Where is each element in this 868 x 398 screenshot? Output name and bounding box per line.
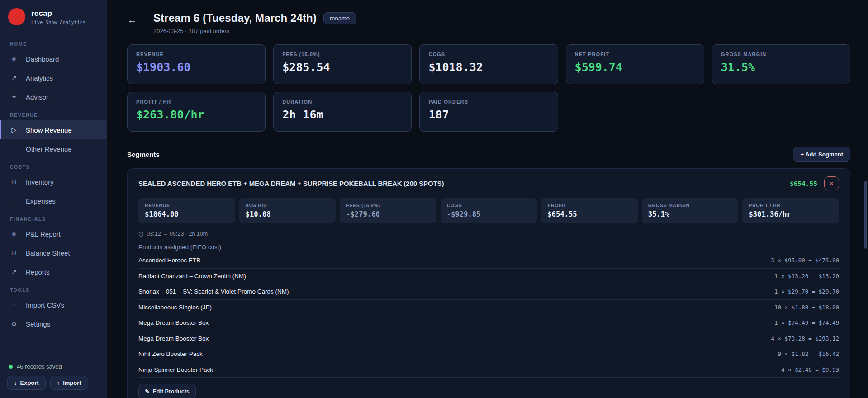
sidebar-item-inventory[interactable]: ⊞ Inventory <box>0 172 107 191</box>
nav-section-costs: COSTS <box>0 158 107 172</box>
upload-icon: ↑ <box>57 379 60 386</box>
stat-label: PROFIT / HR <box>136 99 256 104</box>
chip-label: PROFIT <box>547 203 631 208</box>
back-button[interactable]: ← <box>127 15 137 34</box>
sidebar-item-import-csvs[interactable]: ↑ Import CSVs <box>0 295 107 314</box>
stat-label: REVENUE <box>136 52 256 57</box>
add-segment-button[interactable]: + Add Segment <box>793 147 850 162</box>
sidebar-item-analytics[interactable]: ↗ Analytics <box>0 68 107 87</box>
time-range-text: 03:12 → 05:23 · 2h 10m <box>147 231 208 237</box>
stat-label: DURATION <box>282 99 403 104</box>
sidebar-item-label: P&L Report <box>26 230 61 238</box>
product-row: Radiant Charizard – Crown Zenith (NM) 1 … <box>138 269 839 284</box>
sidebar-item-advisor[interactable]: ✦ Advisor <box>0 87 107 106</box>
sidebar-item-label: Analytics <box>26 74 53 82</box>
app-title: recap <box>31 9 85 18</box>
chip-label: GROSS MARGIN <box>648 203 732 208</box>
sidebar-item-label: Show Revenue <box>26 126 72 134</box>
segment-stat-profit-per-hr: PROFIT / HR $301.36/hr <box>742 198 839 223</box>
product-quantity: 1 × $74.49 = $74.49 <box>774 319 839 326</box>
sidebar-item-pl-report[interactable]: ◈ P&L Report <box>0 224 107 243</box>
sidebar-item-balance-sheet[interactable]: ⊟ Balance Sheet <box>0 243 107 262</box>
save-status: 46 records saved <box>9 363 100 370</box>
segment-stat-gross-margin: GROSS MARGIN 35.1% <box>642 198 739 223</box>
sidebar-item-label: Import CSVs <box>26 301 64 309</box>
sidebar-item-label: Balance Sheet <box>26 249 70 257</box>
export-button-label: Export <box>20 379 39 386</box>
export-button[interactable]: ↓ Export <box>7 376 46 390</box>
product-name: Mega Dream Booster Box <box>138 335 209 342</box>
chip-label: PROFIT / HR <box>749 203 833 208</box>
product-row: Ninja Spinner Booster Pack 4 × $2.48 = $… <box>138 362 839 378</box>
sparkle-icon: ✦ <box>10 93 18 100</box>
sidebar-item-show-revenue[interactable]: ▷ Show Revenue <box>0 120 107 139</box>
header-divider <box>145 13 145 33</box>
product-row: Mega Dream Booster Box 4 × $73.28 = $293… <box>138 331 839 347</box>
sidebar-footer: 46 records saved ↓ Export ↑ Import <box>0 356 107 398</box>
edit-products-button[interactable]: ✎ Edit Products <box>138 384 196 398</box>
chip-value: -$279.60 <box>346 210 430 218</box>
sidebar-item-label: Dashboard <box>26 55 59 63</box>
segment-stat-revenue: REVENUE $1864.00 <box>138 198 235 223</box>
app-subtitle: Live Show Analytics <box>31 19 85 25</box>
brand-logo-icon <box>8 8 25 25</box>
rename-button[interactable]: rename <box>323 12 356 24</box>
product-quantity: 1 × $13.20 = $13.20 <box>774 273 839 280</box>
nav-section-tools: TOOLS <box>0 281 107 295</box>
sidebar-item-other-revenue[interactable]: + Other Revenue <box>0 139 107 158</box>
plus-icon: + <box>10 145 18 152</box>
chip-value: $654.55 <box>547 210 631 218</box>
segment-stat-cogs: COGS -$929.85 <box>441 198 537 223</box>
segment-card: SEALED ASCENDED HERO ETB + MEGA DREAM + … <box>127 168 850 398</box>
chip-value: $10.08 <box>246 210 330 218</box>
main-content: ← Stream 6 (Tuesday, March 24th) rename … <box>107 0 868 398</box>
sidebar-item-expenses[interactable]: − Expenses <box>0 191 107 210</box>
edit-products-label: Edit Products <box>152 389 189 395</box>
sidebar-item-settings[interactable]: ⚙ Settings <box>0 314 107 333</box>
products-heading: Products assigned (FIFO cost) <box>138 244 839 251</box>
chip-value: $301.36/hr <box>749 210 833 218</box>
stat-card-net-profit: NET PROFIT $599.74 <box>566 44 704 84</box>
status-text: 46 records saved <box>17 363 62 370</box>
segments-bar: Segments + Add Segment <box>127 147 850 162</box>
sidebar-item-reports[interactable]: ↗ Reports <box>0 262 107 281</box>
stat-card-paid-orders: PAID ORDERS 187 <box>419 92 558 132</box>
product-name: Snorlax – 051 – SV: Scarlet & Violet Pro… <box>138 288 289 295</box>
sidebar: recap Live Show Analytics HOME ◈ Dashboa… <box>0 0 107 398</box>
sidebar-item-label: Settings <box>26 320 50 328</box>
download-icon: ↓ <box>14 379 17 386</box>
product-row: Miscellaneous Singles (JP) 10 × $1.80 = … <box>138 300 839 316</box>
product-row: Snorlax – 051 – SV: Scarlet & Violet Pro… <box>138 284 839 300</box>
products-list: Ascended Heroes ETB 5 × $95.00 = $475.00… <box>138 253 839 378</box>
clock-icon: ◷ <box>138 230 143 237</box>
sidebar-item-dashboard[interactable]: ◈ Dashboard <box>0 49 107 68</box>
sidebar-item-label: Other Revenue <box>26 145 72 153</box>
product-name: Ninja Spinner Booster Pack <box>138 366 213 373</box>
nav-section-financials: FINANCIALS <box>0 210 107 224</box>
minus-icon: − <box>10 197 18 204</box>
product-quantity: 9 × $1.82 = $16.42 <box>778 351 839 357</box>
diamond-icon: ◈ <box>10 55 18 62</box>
chip-label: AVG BID <box>246 203 330 208</box>
stat-label: NET PROFIT <box>575 52 695 57</box>
product-quantity: 4 × $73.28 = $293.12 <box>771 335 839 342</box>
stat-value: $1903.60 <box>136 61 256 74</box>
nav-section-revenue: REVENUE <box>0 106 107 120</box>
stat-value: $599.74 <box>575 61 695 74</box>
product-row: Mega Dream Booster Box 1 × $74.49 = $74.… <box>138 315 839 331</box>
stat-card-fees: FEES (15.0%) $285.54 <box>273 44 412 84</box>
product-quantity: 5 × $95.00 = $475.00 <box>771 257 839 264</box>
balance-sheet-icon: ⊟ <box>10 249 18 256</box>
scrollbar[interactable] <box>864 181 867 249</box>
stat-card-profit-per-hr: PROFIT / HR $263.80/hr <box>127 92 266 132</box>
remove-segment-button[interactable]: × <box>824 176 839 190</box>
segment-stats: REVENUE $1864.00 AVG BID $10.08 FEES (15… <box>138 198 839 223</box>
sidebar-item-label: Inventory <box>26 178 54 186</box>
product-name: Radiant Charizard – Crown Zenith (NM) <box>138 273 246 280</box>
stat-value: 2h 16m <box>282 108 403 121</box>
sidebar-item-label: Advisor <box>26 93 48 101</box>
import-button[interactable]: ↑ Import <box>50 376 88 390</box>
stat-label: GROSS MARGIN <box>721 52 841 57</box>
product-name: Miscellaneous Singles (JP) <box>138 304 212 311</box>
product-name: Nihil Zero Booster Pack <box>138 351 203 357</box>
